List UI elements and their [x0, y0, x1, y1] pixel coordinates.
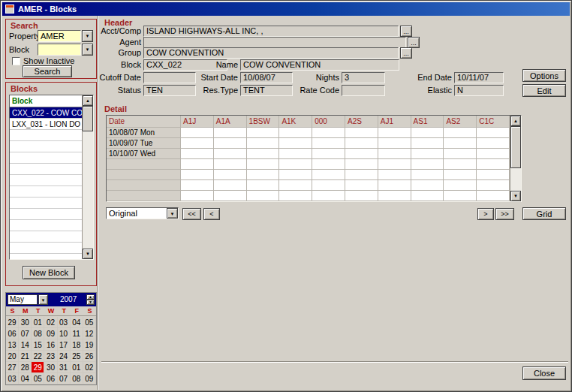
- calendar-day[interactable]: 17: [58, 339, 71, 351]
- detail-cell[interactable]: [411, 159, 444, 170]
- block-list-empty-row[interactable]: [10, 231, 82, 243]
- agent-field[interactable]: [143, 37, 406, 48]
- detail-cell[interactable]: [181, 180, 214, 191]
- calendar-day[interactable]: 19: [83, 339, 96, 351]
- detail-cell[interactable]: [477, 128, 510, 138]
- detail-cell[interactable]: [345, 159, 378, 170]
- nights-field[interactable]: 3: [342, 72, 385, 83]
- calendar-day[interactable]: 29: [6, 317, 19, 328]
- block-list-empty-row[interactable]: [10, 243, 82, 254]
- detail-cell[interactable]: [214, 159, 247, 170]
- calendar-day[interactable]: 29: [32, 362, 44, 373]
- detail-cell[interactable]: [444, 138, 477, 149]
- detail-cell[interactable]: [181, 138, 214, 149]
- calendar-day[interactable]: 03: [58, 317, 71, 328]
- detail-cell[interactable]: [247, 159, 280, 170]
- search-button[interactable]: Search: [23, 65, 72, 77]
- close-button[interactable]: Close: [522, 366, 566, 380]
- nav-prev-button[interactable]: <: [203, 208, 220, 220]
- block-list-empty-row[interactable]: [10, 220, 82, 231]
- block-list-empty-row[interactable]: [10, 130, 82, 141]
- detail-cell[interactable]: [444, 159, 477, 170]
- calendar-day[interactable]: 31: [58, 362, 71, 373]
- detail-cell[interactable]: [345, 128, 378, 138]
- detail-cell[interactable]: [477, 170, 510, 180]
- calendar-day[interactable]: 13: [6, 339, 19, 351]
- calendar-month-dropdown-button[interactable]: ▼: [38, 294, 48, 305]
- detail-cell[interactable]: [444, 180, 477, 191]
- year-down-button[interactable]: ▼: [86, 300, 95, 305]
- status-field[interactable]: TEN: [143, 85, 196, 96]
- detail-cell[interactable]: [378, 170, 411, 180]
- detail-cell[interactable]: [279, 138, 312, 149]
- calendar-day[interactable]: 06: [44, 373, 57, 384]
- calendar-day[interactable]: 01: [32, 317, 44, 328]
- calendar-day[interactable]: 30: [44, 362, 57, 373]
- detail-cell[interactable]: [247, 170, 280, 180]
- detail-cell[interactable]: [378, 149, 411, 159]
- detail-cell[interactable]: [279, 128, 312, 138]
- calendar-day[interactable]: 24: [58, 351, 71, 362]
- acct-comp-field[interactable]: ISLAND HIGHWAYS-ALL INC, ,: [143, 26, 399, 37]
- block-dropdown-button[interactable]: ▼: [82, 44, 93, 56]
- res-type-field[interactable]: TENT: [240, 85, 293, 96]
- calendar-day[interactable]: 20: [6, 351, 19, 362]
- grid-button[interactable]: Grid: [522, 207, 566, 220]
- detail-cell[interactable]: [214, 138, 247, 149]
- calendar-day[interactable]: 04: [19, 373, 32, 384]
- detail-cell[interactable]: [378, 191, 411, 201]
- detail-cell[interactable]: [345, 170, 378, 180]
- end-date-field[interactable]: 10/11/07: [454, 72, 504, 83]
- calendar-month-select[interactable]: May: [8, 294, 38, 305]
- detail-cell[interactable]: [345, 180, 378, 191]
- calendar-day[interactable]: 12: [83, 328, 96, 339]
- detail-cell[interactable]: [378, 159, 411, 170]
- detail-table-scrollbar[interactable]: ▲ ▼: [510, 116, 521, 201]
- scroll-up-button[interactable]: ▲: [83, 95, 93, 106]
- block-list-item[interactable]: LXX_031 - LION DO: [10, 119, 82, 130]
- calendar-day[interactable]: 25: [71, 351, 83, 362]
- detail-cell[interactable]: [214, 128, 247, 138]
- acct-comp-lov-button[interactable]: ...: [400, 26, 412, 37]
- scroll-thumb[interactable]: [83, 106, 93, 131]
- detail-cell[interactable]: [378, 180, 411, 191]
- show-inactive-checkbox[interactable]: [12, 57, 20, 65]
- group-field[interactable]: COW CONVENTION: [143, 47, 399, 59]
- start-date-field[interactable]: 10/08/07: [240, 72, 293, 83]
- new-block-button[interactable]: New Block: [23, 266, 75, 279]
- detail-cell[interactable]: [279, 159, 312, 170]
- scroll-down-button[interactable]: ▼: [510, 191, 521, 201]
- property-input[interactable]: AMER: [38, 30, 81, 42]
- detail-cell[interactable]: [345, 149, 378, 159]
- cutoff-date-field[interactable]: [143, 72, 196, 83]
- detail-cell[interactable]: [214, 170, 247, 180]
- calendar-day[interactable]: 06: [6, 328, 19, 339]
- block-list-empty-row[interactable]: [10, 152, 82, 164]
- detail-cell[interactable]: [444, 149, 477, 159]
- calendar-day[interactable]: 07: [19, 328, 32, 339]
- name-field[interactable]: COW CONVENTION: [240, 59, 399, 71]
- detail-cell[interactable]: [181, 170, 214, 180]
- detail-cell[interactable]: [477, 149, 510, 159]
- calendar-day[interactable]: 02: [83, 362, 96, 373]
- detail-cell[interactable]: [181, 191, 214, 201]
- calendar-day[interactable]: 26: [83, 351, 96, 362]
- nav-first-button[interactable]: <<: [182, 208, 201, 220]
- detail-cell[interactable]: [247, 149, 280, 159]
- calendar-day[interactable]: 02: [44, 317, 57, 328]
- calendar-day[interactable]: 23: [44, 351, 57, 362]
- blocks-list-scrollbar[interactable]: ▲ ▼: [82, 95, 93, 259]
- detail-cell[interactable]: [477, 138, 510, 149]
- calendar-day[interactable]: 01: [71, 362, 83, 373]
- detail-cell[interactable]: [312, 149, 345, 159]
- options-button[interactable]: Options: [522, 69, 566, 82]
- detail-cell[interactable]: [477, 180, 510, 191]
- calendar-day[interactable]: 04: [71, 317, 83, 328]
- scroll-down-button[interactable]: ▼: [83, 249, 93, 259]
- nav-next-button[interactable]: >: [477, 208, 494, 220]
- calendar-day[interactable]: 08: [32, 328, 44, 339]
- group-lov-button[interactable]: ...: [400, 47, 412, 59]
- detail-cell[interactable]: [312, 180, 345, 191]
- detail-cell[interactable]: [378, 128, 411, 138]
- detail-cell[interactable]: [444, 191, 477, 201]
